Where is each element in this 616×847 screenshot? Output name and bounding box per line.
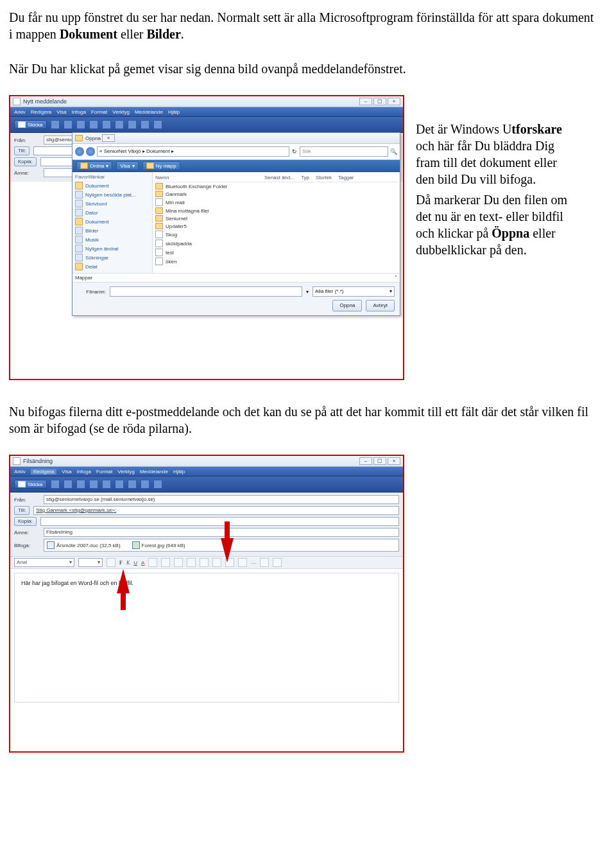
to-button[interactable]: Till: bbox=[14, 506, 30, 515]
toolbar-icon[interactable] bbox=[64, 480, 73, 489]
open-button[interactable]: Öppna bbox=[332, 300, 362, 311]
file-item[interactable]: sköldpadda bbox=[155, 239, 397, 248]
font-size-dropdown[interactable]: ▾ bbox=[78, 558, 103, 567]
dialog-title-bar[interactable]: Öppna × bbox=[73, 133, 400, 144]
italic-icon[interactable]: K bbox=[126, 560, 130, 566]
favorite-link[interactable]: Dator bbox=[75, 208, 150, 217]
minimize-button[interactable]: – bbox=[359, 457, 372, 465]
menu-item[interactable]: Hjälp bbox=[173, 469, 185, 475]
back-button[interactable] bbox=[75, 147, 84, 156]
menu-item[interactable]: Arkiv bbox=[14, 109, 26, 115]
favorite-link[interactable]: Sökningar bbox=[75, 253, 150, 262]
to-button[interactable]: Till: bbox=[14, 146, 30, 155]
file-item[interactable]: Bluetooth Exchange Folder bbox=[155, 182, 397, 190]
search-icon[interactable]: 🔍 bbox=[390, 148, 397, 155]
menu-item[interactable]: Hjälp bbox=[168, 109, 180, 115]
organize-button[interactable]: Ordna ▾ bbox=[76, 161, 112, 170]
toolbar-icon[interactable] bbox=[141, 120, 150, 129]
toolbar-icon[interactable] bbox=[76, 480, 85, 489]
toolbar-icon[interactable] bbox=[128, 480, 137, 489]
insert-icon[interactable] bbox=[273, 558, 282, 567]
menu-item[interactable]: Visa bbox=[62, 469, 71, 475]
send-button[interactable]: Skicka bbox=[14, 120, 47, 129]
to-field[interactable]: Stig Ganmark <stig@ganmark.se>; bbox=[33, 506, 399, 515]
align-icon[interactable] bbox=[238, 558, 247, 567]
toolbar-icon[interactable] bbox=[64, 120, 73, 129]
views-button[interactable]: Visa ▾ bbox=[116, 161, 138, 170]
file-item[interactable]: Ganmark bbox=[155, 190, 397, 198]
favorite-link[interactable]: Dokument bbox=[75, 181, 150, 190]
close-icon[interactable]: × bbox=[102, 134, 115, 142]
menu-item[interactable]: Redigera bbox=[31, 109, 51, 115]
folders-toggle[interactable]: Mappar˄ bbox=[73, 273, 400, 282]
toolbar-icon[interactable] bbox=[115, 120, 124, 129]
cc-button[interactable]: Kopia: bbox=[14, 157, 37, 166]
search-input[interactable]: Sök bbox=[300, 146, 388, 157]
menu-item[interactable]: Verktyg bbox=[117, 469, 135, 475]
file-item[interactable]: Skog bbox=[155, 230, 397, 239]
underline-icon[interactable]: U bbox=[133, 560, 137, 566]
attachment-item[interactable]: Forest.jpg (648 kB) bbox=[132, 541, 185, 549]
close-button[interactable]: × bbox=[388, 98, 400, 105]
font-dropdown[interactable]: Arial ▾ bbox=[14, 558, 74, 567]
col-size[interactable]: Storlek bbox=[316, 175, 332, 180]
toolbar-icon[interactable] bbox=[102, 120, 111, 129]
window-title-bar[interactable]: Filsändning – ▢ × bbox=[10, 456, 403, 467]
insert-icon[interactable] bbox=[260, 558, 269, 567]
subject-field[interactable]: Filsändning bbox=[44, 528, 399, 537]
favorite-link[interactable]: Nyligen ändrat bbox=[75, 244, 150, 253]
list-icon[interactable] bbox=[161, 558, 170, 567]
menu-item[interactable]: Verktyg bbox=[112, 109, 130, 115]
window-title-bar[interactable]: Nytt meddelande – ▢ × bbox=[10, 96, 403, 107]
col-name[interactable]: Namn bbox=[155, 175, 258, 180]
refresh-icon[interactable]: ↻ bbox=[291, 148, 298, 155]
filetype-dropdown[interactable]: Alla filer (*.*) ▾ bbox=[312, 286, 395, 297]
font-color-icon[interactable]: A bbox=[141, 560, 144, 566]
file-list-header[interactable]: Namn Senast änd... Typ Storlek Taggar bbox=[155, 173, 397, 182]
paragraph-icon[interactable] bbox=[107, 558, 116, 567]
maximize-button[interactable]: ▢ bbox=[373, 98, 386, 105]
file-item[interactable]: öken bbox=[155, 257, 397, 266]
menu-item[interactable]: Format bbox=[91, 109, 107, 115]
file-item[interactable]: Mina mottagna filer bbox=[155, 207, 397, 214]
bold-icon[interactable]: F bbox=[119, 560, 123, 566]
breadcrumb[interactable]: « SeniorNet Växjö ▸ Dokument ▸ bbox=[97, 146, 289, 157]
send-button[interactable]: Skicka bbox=[14, 480, 47, 489]
toolbar-icon[interactable] bbox=[141, 480, 150, 489]
filename-input[interactable] bbox=[110, 286, 302, 297]
favorite-link[interactable]: Musik bbox=[75, 235, 150, 244]
toolbar-icon[interactable] bbox=[128, 120, 137, 129]
col-type[interactable]: Typ bbox=[301, 175, 309, 180]
favorite-link[interactable]: Bilder bbox=[75, 226, 150, 235]
menu-item[interactable]: Arkiv bbox=[14, 469, 26, 475]
col-date[interactable]: Senast änd... bbox=[264, 175, 295, 180]
favorite-link[interactable]: Nyligen besökta plat... bbox=[75, 190, 150, 199]
minimize-button[interactable]: – bbox=[359, 98, 372, 105]
cancel-button[interactable]: Avbryt bbox=[366, 300, 395, 311]
cc-field[interactable] bbox=[40, 517, 399, 526]
maximize-button[interactable]: ▢ bbox=[373, 457, 386, 465]
file-item[interactable]: Min mall bbox=[155, 198, 397, 207]
outdent-icon[interactable] bbox=[187, 558, 196, 567]
indent-icon[interactable] bbox=[174, 558, 183, 567]
menu-item[interactable]: Visa bbox=[56, 109, 66, 115]
favorite-link[interactable]: Dokument bbox=[75, 217, 150, 226]
menu-item[interactable]: Meddelande bbox=[135, 109, 163, 115]
file-item[interactable]: test bbox=[155, 248, 397, 257]
toolbar-icon[interactable] bbox=[51, 480, 60, 489]
favorite-link[interactable]: Skrivbord bbox=[75, 199, 150, 208]
align-icon[interactable] bbox=[200, 558, 209, 567]
menu-item-active[interactable]: Redigera bbox=[31, 469, 56, 475]
toolbar-icon[interactable] bbox=[89, 120, 98, 129]
new-folder-button[interactable]: Ny mapp bbox=[142, 161, 180, 170]
favorite-link[interactable]: Delat bbox=[75, 262, 150, 271]
from-field[interactable]: stig@seniornetvaxjo.se (mail.seniornetva… bbox=[44, 495, 399, 504]
close-button[interactable]: × bbox=[388, 457, 400, 465]
col-tags[interactable]: Taggar bbox=[338, 175, 354, 180]
attachment-item[interactable]: Årsmöte 2007.doc (32,5 kB) bbox=[47, 541, 121, 549]
toolbar-icon[interactable] bbox=[153, 120, 162, 129]
cc-button[interactable]: Kopia: bbox=[14, 517, 37, 526]
file-item[interactable]: Seniornet bbox=[155, 214, 397, 222]
toolbar-icon[interactable] bbox=[153, 480, 162, 489]
menu-item[interactable]: Format bbox=[96, 469, 112, 475]
